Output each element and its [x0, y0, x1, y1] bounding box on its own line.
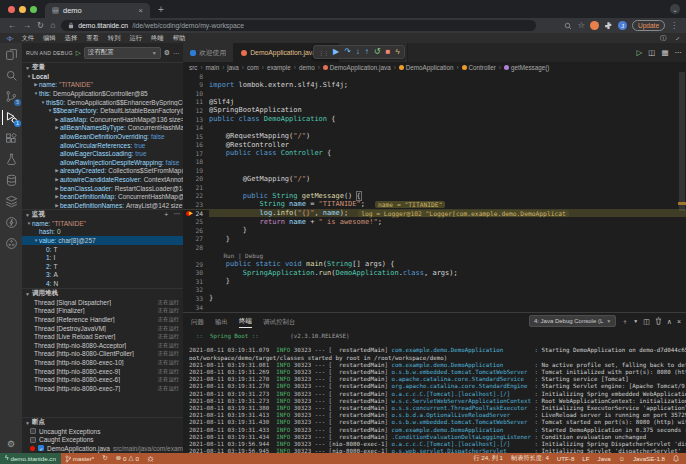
database-icon[interactable] — [2, 173, 20, 188]
thread-row[interactable]: Thread [http-nio-8080-exec-7]正在运行 — [22, 384, 183, 393]
encoding-item[interactable]: UTF-8 — [553, 455, 579, 462]
variables-section-header[interactable]: ▼ 变量 — [22, 63, 183, 72]
split-editor-icon[interactable]: ◫ — [648, 48, 655, 57]
breadcrumb-item[interactable]: com — [247, 64, 259, 71]
code-text[interactable]: @GetMapping("/") — [209, 175, 310, 183]
close-window-button[interactable] — [8, 6, 15, 13]
log-line[interactable]: 2021-08-11 03:19:31.380 INFO 30323 --- [… — [189, 405, 686, 412]
debug-config-dropdown[interactable]: 没有配置 ▼ — [84, 47, 161, 59]
step-out-icon[interactable]: ↑ — [365, 48, 369, 56]
extensions-icon[interactable] — [2, 131, 20, 146]
breadcrumb-item[interactable]: getMessage() — [504, 64, 550, 71]
thread-row[interactable]: Thread [http-nio-8080-exec-6]正在运行 — [22, 375, 183, 384]
add-watch-icon[interactable]: ＋ — [163, 210, 170, 219]
git-branch-item[interactable]: master* — [61, 455, 98, 463]
source-control-icon[interactable]: 5 — [2, 89, 20, 104]
thread-row[interactable]: Thread [http-nio-8080-ClientPoller]正在运行 — [22, 350, 183, 359]
breadcrumb-item[interactable]: demo — [299, 64, 315, 71]
thread-row[interactable]: Thread [Signal Dispatcher]正在运行 — [22, 298, 183, 307]
power-icon[interactable] — [2, 215, 20, 230]
tree-item[interactable]: 3:A — [22, 271, 183, 280]
scrollbar-thumb[interactable] — [679, 72, 685, 211]
sync-item[interactable]: ↻ — [98, 455, 111, 462]
codelens-run-debug[interactable]: Run | Debug — [209, 252, 263, 259]
breakpoint-checkbox[interactable] — [30, 437, 36, 443]
breakpoint-checkbox[interactable]: ✓ — [38, 445, 44, 451]
terminal-output[interactable]: :: Spring Boot :: (v2.3.10.RELEASE) 2021… — [183, 331, 686, 453]
start-debug-icon[interactable]: ▷ — [76, 49, 81, 57]
breadcrumb-item[interactable]: DemoApplication — [399, 64, 454, 71]
hot-code-replace-icon[interactable]: ϟ — [395, 48, 399, 56]
url-input[interactable]: demo.titanide.cn/ide/web/coding/demo/my-… — [61, 20, 536, 31]
watch-more-icon[interactable]: ⋯ — [174, 210, 181, 219]
home-icon[interactable]: ⌂ — [50, 21, 55, 30]
editor-tab[interactable]: 欢迎使用 — [183, 43, 234, 62]
code-text[interactable]: String name = "TITANIDE"; — [209, 200, 365, 208]
maximize-panel-icon[interactable]: ∧ — [667, 318, 672, 325]
breakpoint-row[interactable]: Caught Exceptions — [22, 436, 183, 445]
update-button[interactable]: Update — [632, 20, 665, 31]
tree-item[interactable]: allowRawInjectionDespiteWrapping:false — [22, 158, 183, 167]
panel-tab[interactable]: 调试控制台 — [263, 318, 296, 327]
tree-item[interactable]: allowBeanDefinitionOverriding:false — [22, 132, 183, 141]
tree-item[interactable]: ▼this:DemoApplication$Controller@85 — [22, 89, 183, 98]
tree-item[interactable]: 1:I — [22, 253, 183, 262]
terminal-dropdown[interactable]: 4: Java Debug Console (L ▼ — [529, 315, 616, 327]
extensions-puzzle-icon[interactable] — [604, 21, 613, 30]
sidebar-more-icon[interactable]: ⋯ — [173, 49, 179, 56]
panel-tab[interactable]: 问题 — [191, 318, 204, 327]
breadcrumb-item[interactable]: src — [189, 64, 197, 71]
tree-item[interactable]: allowEagerClassLoading:true — [22, 149, 183, 158]
dependencies-icon[interactable] — [2, 236, 20, 251]
tree-item[interactable]: ▼$$beanFactory:DefaultListableBeanFactor… — [22, 106, 183, 115]
code-text[interactable]: log.info("{}", name); — [209, 209, 348, 217]
panel-tab[interactable]: 输出 — [215, 318, 228, 327]
tree-item[interactable]: 0:T — [22, 245, 183, 254]
menu-item[interactable]: 查看 — [86, 34, 99, 43]
minimize-window-button[interactable] — [19, 6, 26, 13]
zoom-icon[interactable] — [564, 22, 572, 30]
restart-icon[interactable]: ↺ — [374, 48, 381, 56]
menu-item[interactable]: 编辑 — [43, 34, 56, 43]
log-line[interactable]: 2021-08-11 03:19:31.269 INFO 30323 --- [… — [189, 369, 686, 376]
layout-icon[interactable]: ▦ — [661, 48, 668, 57]
java-runtime-item[interactable]: JavaSE-1.8 — [629, 455, 669, 462]
code-text[interactable]: public static void main(String[] args) { — [209, 260, 395, 268]
toolbar-drag-handle[interactable]: ⋮⋮ — [318, 49, 328, 56]
code-text[interactable]: return name + " is awesome!"; — [209, 218, 382, 226]
code-text[interactable]: } — [209, 226, 247, 234]
remote-indicator[interactable]: ϟ demo.titanide.cn — [0, 453, 61, 464]
log-line[interactable]: 2021-08-11 03:19:31.270 INFO 30323 --- [… — [189, 383, 686, 390]
gutter[interactable]: ▶24 — [183, 210, 209, 217]
browser-menu-icon[interactable]: ⋮ — [670, 21, 678, 30]
new-tab-button[interactable]: + — [158, 4, 164, 15]
thread-row[interactable]: Thread [http-nio-8080-Acceptor]正在运行 — [22, 341, 183, 350]
browser-tab[interactable]: <> demo × — [45, 3, 150, 18]
back-icon[interactable]: ← — [8, 21, 17, 30]
editor-scrollbar[interactable] — [678, 72, 686, 312]
tab-search-icon[interactable]: ⌄ — [670, 4, 680, 14]
feedback-smiley-icon[interactable]: ☺ — [615, 455, 629, 462]
tree-item[interactable]: allowCircularReferences:true — [22, 141, 183, 150]
debug-status-item[interactable] — [143, 455, 158, 462]
editor-more-icon[interactable]: ⋯ — [675, 48, 683, 57]
breakpoint-row[interactable]: Uncaught Exceptions — [22, 427, 183, 436]
log-line[interactable]: oot/workspace/demo/target/classes starte… — [189, 355, 686, 362]
log-line[interactable]: 2021-08-11 03:19:31.413 INFO 30323 --- [… — [189, 412, 686, 419]
thread-row[interactable]: Thread [Reference Handler]正在运行 — [22, 315, 183, 324]
code-text[interactable]: public class DemoApplication { — [209, 115, 335, 123]
breadcrumb-item[interactable]: java — [227, 64, 239, 71]
split-terminal-icon[interactable]: ◫ — [643, 318, 650, 325]
log-line[interactable]: 2021-08-11 03:19:31.430 INFO 30323 --- [… — [189, 419, 686, 426]
test-flask-icon[interactable] — [2, 152, 20, 167]
terminal-chevron-icon[interactable]: ▼ — [633, 319, 638, 324]
kill-terminal-trash-icon[interactable] — [655, 317, 662, 325]
tree-item[interactable]: ▼this$0:DemoApplication$$EnhancerBySprin… — [22, 98, 183, 107]
forward-icon[interactable]: → — [23, 21, 32, 30]
tree-item[interactable]: 4:N — [22, 279, 183, 288]
tree-item[interactable]: ▼value:char[8]@257 — [22, 236, 183, 245]
maximize-window-button[interactable] — [30, 6, 37, 13]
thread-row[interactable]: Thread [http-nio-8080-exec-10]正在运行 — [22, 358, 183, 367]
code-text[interactable]: } — [209, 277, 230, 285]
code-text[interactable]: import lombok.extern.slf4j.Slf4j; — [209, 81, 348, 89]
